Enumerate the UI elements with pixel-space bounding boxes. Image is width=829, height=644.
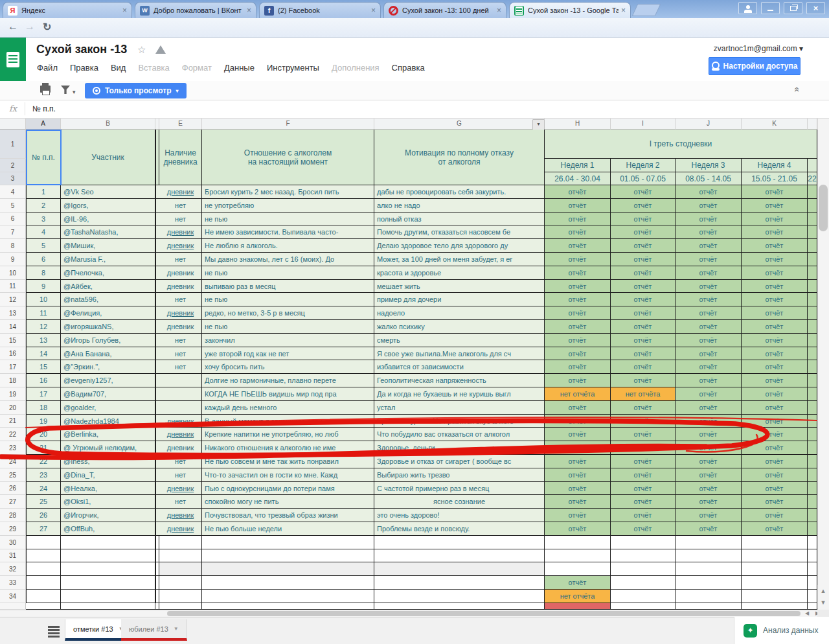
status-cell[interactable]: отчёт bbox=[545, 213, 611, 225]
cell[interactable] bbox=[26, 603, 61, 610]
cell-number[interactable]: 20 bbox=[26, 428, 61, 441]
browser-tab-vk[interactable]: W Добро пожаловать | ВКонт × bbox=[135, 2, 256, 18]
cell[interactable] bbox=[159, 590, 202, 603]
status-cell[interactable]: отчёт bbox=[545, 253, 611, 266]
status-cell[interactable]: отчёт bbox=[676, 509, 742, 522]
browser-tab-dry-law-site[interactable]: Сухой закон -13: 100 дней × bbox=[383, 2, 506, 18]
cell[interactable] bbox=[26, 562, 61, 576]
cell-number[interactable]: 21 bbox=[26, 441, 61, 455]
cell-relation[interactable]: не пью bbox=[202, 293, 374, 306]
status-cell[interactable]: отчёт bbox=[742, 482, 808, 495]
cell-diary[interactable]: дневник bbox=[159, 320, 202, 334]
status-cell[interactable]: отчёт bbox=[545, 293, 611, 306]
status-cell[interactable]: отчёт bbox=[545, 306, 611, 320]
cell[interactable] bbox=[808, 576, 817, 590]
cell[interactable]: нет отчёта bbox=[545, 590, 611, 603]
status-cell[interactable] bbox=[808, 334, 817, 347]
status-cell[interactable]: отчёт bbox=[545, 185, 611, 199]
sheets-logo[interactable] bbox=[0, 38, 26, 81]
row-header[interactable]: 15 bbox=[0, 334, 26, 347]
cell-diary[interactable] bbox=[159, 374, 202, 387]
cell-relation[interactable]: Долгие но гармоничные, плавно перете bbox=[202, 374, 374, 387]
row-header[interactable]: 9 bbox=[0, 253, 26, 266]
cell[interactable] bbox=[545, 603, 611, 610]
cell[interactable] bbox=[545, 562, 611, 576]
cell-motivation[interactable]: избавится от зависимости bbox=[374, 360, 545, 374]
drive-move-icon[interactable] bbox=[155, 45, 166, 54]
cell[interactable] bbox=[61, 603, 155, 610]
spreadsheet-grid[interactable]: ABEFGHIJK▾123№ п.п.УчастникНаличие дневн… bbox=[0, 119, 817, 610]
status-cell[interactable] bbox=[808, 185, 817, 199]
cell-number[interactable]: 5 bbox=[26, 239, 61, 253]
cell[interactable] bbox=[61, 562, 155, 576]
cell[interactable] bbox=[159, 562, 202, 576]
status-cell[interactable]: отчёт bbox=[611, 266, 676, 280]
row-header[interactable]: 21 bbox=[0, 415, 26, 428]
cell-number[interactable]: 25 bbox=[26, 495, 61, 509]
cell[interactable] bbox=[26, 590, 61, 603]
tab-close-icon[interactable]: × bbox=[497, 6, 501, 14]
status-cell[interactable]: отчёт bbox=[676, 455, 742, 468]
cell-relation[interactable]: уже второй год как не пет bbox=[202, 347, 374, 360]
status-cell[interactable] bbox=[808, 253, 817, 266]
cell-relation[interactable]: хочу бросить пить bbox=[202, 360, 374, 374]
cell-number[interactable]: 19 bbox=[26, 415, 61, 428]
back-button[interactable]: ← bbox=[8, 21, 18, 32]
cell-participant[interactable]: @Vk Seo bbox=[61, 185, 155, 199]
status-cell[interactable] bbox=[808, 522, 817, 536]
cell-participant[interactable]: @Nadezhda1984 bbox=[61, 415, 155, 428]
minimize-button[interactable] bbox=[761, 2, 780, 14]
cell-motivation[interactable]: Здоровье и отказ от сигарет ( вообще вс bbox=[374, 455, 545, 468]
status-cell[interactable]: отчёт bbox=[545, 239, 611, 253]
scroll-up-icon[interactable]: ▲ bbox=[817, 585, 829, 597]
cell[interactable] bbox=[202, 562, 374, 576]
status-cell[interactable]: отчёт bbox=[676, 522, 742, 536]
status-cell[interactable]: отчёт bbox=[545, 482, 611, 495]
cell-relation[interactable]: закончил bbox=[202, 334, 374, 347]
status-cell[interactable]: отчёт bbox=[545, 522, 611, 536]
cell[interactable] bbox=[374, 562, 545, 576]
row-header[interactable]: 30 bbox=[0, 536, 26, 549]
cell-diary[interactable]: нет bbox=[159, 495, 202, 509]
header-week-label[interactable]: Неделя 4 bbox=[742, 159, 808, 172]
cell[interactable] bbox=[26, 576, 61, 590]
row-header[interactable]: 19 bbox=[0, 387, 26, 401]
status-cell[interactable]: отчёт bbox=[611, 320, 676, 334]
row-header[interactable]: 14 bbox=[0, 320, 26, 334]
cell-motivation[interactable]: устал bbox=[374, 401, 545, 415]
status-cell[interactable]: отчёт bbox=[676, 320, 742, 334]
cell-motivation[interactable]: Я свое уже выпила.Мне алкоголь для сч bbox=[374, 347, 545, 360]
cell[interactable] bbox=[611, 603, 676, 610]
row-header[interactable]: 7 bbox=[0, 225, 26, 239]
status-cell[interactable] bbox=[808, 266, 817, 280]
status-cell[interactable] bbox=[808, 306, 817, 320]
status-cell[interactable]: отчёт bbox=[742, 522, 808, 536]
cell-participant[interactable]: @Фелиция, bbox=[61, 306, 155, 320]
status-cell[interactable]: отчёт bbox=[742, 455, 808, 468]
cell-relation[interactable]: выпиваю раз в месяц bbox=[202, 280, 374, 293]
status-cell[interactable]: отчёт bbox=[545, 509, 611, 522]
cell-number[interactable]: 12 bbox=[26, 320, 61, 334]
cell-motivation[interactable]: Геополитическая напряженность bbox=[374, 374, 545, 387]
cell[interactable] bbox=[808, 562, 817, 576]
status-cell[interactable]: отчёт bbox=[742, 441, 808, 455]
column-header[interactable]: B bbox=[61, 119, 155, 130]
status-cell[interactable]: отчёт bbox=[611, 441, 676, 455]
cell[interactable] bbox=[676, 590, 742, 603]
cell[interactable] bbox=[61, 576, 155, 590]
cell-motivation[interactable]: Здоровье, деньги bbox=[374, 441, 545, 455]
cell[interactable] bbox=[676, 536, 742, 549]
cell[interactable] bbox=[26, 536, 61, 549]
status-cell[interactable] bbox=[808, 213, 817, 225]
cell[interactable] bbox=[26, 549, 61, 562]
cell-number[interactable]: 13 bbox=[26, 334, 61, 347]
vertical-scrollbar-thumb[interactable] bbox=[819, 185, 828, 231]
row-header[interactable]: 22 bbox=[0, 428, 26, 441]
cell[interactable] bbox=[159, 603, 202, 610]
status-cell[interactable]: отчёт bbox=[742, 509, 808, 522]
status-cell[interactable]: отчёт bbox=[611, 509, 676, 522]
status-cell[interactable]: отчёт bbox=[545, 334, 611, 347]
row-header[interactable]: 6 bbox=[0, 213, 26, 225]
cell-relation[interactable]: Пью с однокурсницами до потери памя bbox=[202, 482, 374, 495]
cell[interactable] bbox=[545, 549, 611, 562]
